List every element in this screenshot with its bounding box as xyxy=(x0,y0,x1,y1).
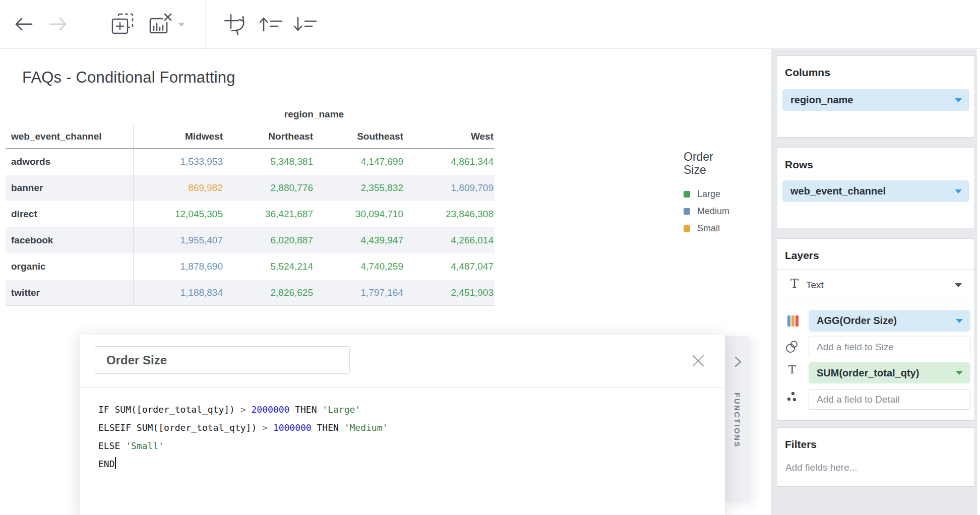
size-icon xyxy=(785,340,799,354)
sort-ascending-button[interactable] xyxy=(259,17,284,32)
formula-code[interactable]: IF SUM([order_total_qty]) > 2000000 THEN… xyxy=(98,401,388,473)
back-icon xyxy=(14,17,34,32)
forward-icon xyxy=(48,17,68,32)
code-token: 2000000 xyxy=(251,404,289,415)
text-cursor xyxy=(115,457,116,469)
value-cell: 2,451,903 xyxy=(404,280,495,305)
value-cell: 1,797,164 xyxy=(314,280,404,305)
text-field-label: SUM(order_total_qty) xyxy=(817,367,919,379)
columns-field-label: region_name xyxy=(790,94,853,106)
rows-card-title: Rows xyxy=(785,159,974,171)
legend-label: Large xyxy=(697,189,720,200)
table-row: facebook1,955,4076,020,8874,439,9474,266… xyxy=(6,227,495,253)
rows-card: Rows web_event_channel xyxy=(777,148,975,228)
value-cell: 5,348,381 xyxy=(224,149,314,175)
value-cell: 4,740,259 xyxy=(314,253,404,280)
row-label: banner xyxy=(6,175,134,201)
value-cell: 869,982 xyxy=(134,175,224,201)
value-cell: 4,147,699 xyxy=(314,149,404,175)
legend-label: Medium xyxy=(697,206,729,217)
detail-icon xyxy=(786,391,799,403)
chevron-right-icon xyxy=(734,356,742,367)
toolbar-divider xyxy=(205,0,206,49)
close-button[interactable] xyxy=(692,354,707,369)
forward-button[interactable] xyxy=(48,17,68,32)
column-dimension-label: region_name xyxy=(134,109,495,120)
text-layer-icon: T xyxy=(790,277,799,291)
value-cell: 2,355,832 xyxy=(314,175,404,201)
divider xyxy=(777,301,974,301)
chart-type-dropdown-caret[interactable] xyxy=(177,22,186,27)
value-cell: 1,955,407 xyxy=(134,227,224,253)
layers-card: Layers T Text AGG(Order Size) T SUM(orde… xyxy=(777,238,975,421)
row-label: organic xyxy=(6,253,134,280)
detail-field-input[interactable] xyxy=(809,389,970,410)
column-header: Midwest xyxy=(134,125,224,148)
remove-chart-button[interactable] xyxy=(148,13,173,36)
value-cell: 12,045,305 xyxy=(134,201,224,227)
rows-field-pill[interactable]: web_event_channel xyxy=(782,180,969,202)
value-cell: 1,188,834 xyxy=(134,280,224,305)
filters-drop-area[interactable]: Add fields here... xyxy=(785,462,858,473)
columns-field-pill[interactable]: region_name xyxy=(782,89,969,111)
toolbar xyxy=(0,0,980,49)
calculation-name-input[interactable] xyxy=(95,346,350,374)
add-chart-button[interactable] xyxy=(111,13,135,35)
chevron-down-icon xyxy=(956,371,963,375)
legend-swatch xyxy=(684,191,690,198)
value-cell: 30,094,710 xyxy=(314,201,404,227)
code-token: 'Large' xyxy=(322,404,360,415)
code-token: 1000000 xyxy=(273,422,312,433)
swap-axes-button[interactable] xyxy=(224,14,255,35)
table-row: organic1,878,6905,524,2144,740,2594,487,… xyxy=(6,253,495,280)
row-label: twitter xyxy=(6,280,134,305)
dropdown-caret-icon xyxy=(177,22,186,27)
sort-descending-button[interactable] xyxy=(293,17,319,32)
code-token: IF SUM([order_total_qty]) xyxy=(98,404,240,415)
close-icon xyxy=(692,354,705,367)
row-label: adwords xyxy=(6,149,134,175)
remove-chart-icon xyxy=(148,13,173,36)
legend-label: Small xyxy=(697,223,720,234)
code-line: IF SUM([order_total_qty]) > 2000000 THEN… xyxy=(98,401,388,419)
functions-tab[interactable]: FUNCTIONS xyxy=(725,336,750,502)
value-cell: 23,846,308 xyxy=(404,201,495,227)
code-token: END xyxy=(98,459,115,469)
value-cell: 1,533,953 xyxy=(134,149,224,175)
row-dimension-header: web_event_channel xyxy=(6,125,134,148)
back-button[interactable] xyxy=(14,17,34,32)
color-field-pill[interactable]: AGG(Order Size) xyxy=(809,310,970,332)
layer-type-label: Text xyxy=(806,280,824,291)
functions-tab-label: FUNCTIONS xyxy=(733,393,742,448)
filters-card-title: Filters xyxy=(785,438,974,450)
size-field-input[interactable] xyxy=(809,337,970,357)
columns-card-title: Columns xyxy=(785,67,974,79)
code-token: 'Medium' xyxy=(344,422,388,433)
legend-item: Large xyxy=(684,185,754,203)
text-field-icon: T xyxy=(788,363,796,376)
add-chart-icon xyxy=(111,13,135,35)
value-cell: 36,421,687 xyxy=(224,201,314,227)
code-token: THEN xyxy=(289,404,322,415)
legend-title: Order Size xyxy=(684,150,726,176)
legend-items: LargeMediumSmall xyxy=(684,185,754,237)
legend-swatch xyxy=(684,208,690,215)
code-token: ELSE xyxy=(98,440,126,451)
scrollbar-track[interactable] xyxy=(977,49,980,515)
value-cell: 2,880,776 xyxy=(224,175,314,201)
code-line: END xyxy=(98,455,388,473)
value-cell: 4,487,047 xyxy=(404,253,495,280)
chevron-down-icon xyxy=(955,98,962,102)
value-cell: 6,020,887 xyxy=(224,227,314,253)
row-label: facebook xyxy=(6,227,134,253)
color-bars-icon xyxy=(786,315,800,327)
table-row: adwords1,533,9535,348,3814,147,6994,861,… xyxy=(6,149,495,175)
chevron-down-icon xyxy=(956,319,963,323)
value-cell: 1,878,690 xyxy=(134,253,224,280)
text-field-pill[interactable]: SUM(order_total_qty) xyxy=(809,362,970,383)
value-cell: 4,439,947 xyxy=(314,227,404,253)
value-cell: 5,524,214 xyxy=(224,253,314,280)
chevron-down-icon xyxy=(955,189,962,194)
layer-type-dropdown[interactable]: T Text xyxy=(777,270,974,301)
column-header: Southeast xyxy=(314,125,404,148)
